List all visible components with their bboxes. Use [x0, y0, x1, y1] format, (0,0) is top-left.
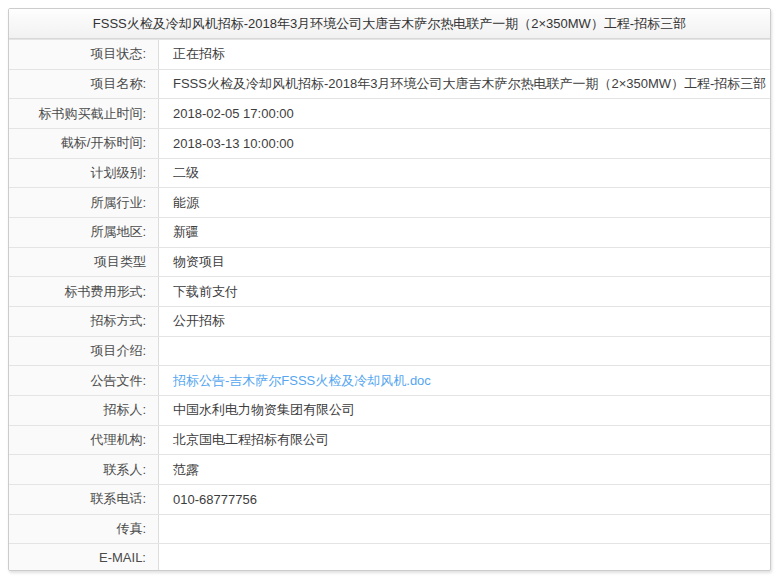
- row-value: 北京国电工程招标有限公司: [159, 426, 770, 455]
- table-row-project-status: 项目状态: 正在招标: [9, 39, 770, 69]
- row-value: 能源: [159, 188, 770, 217]
- row-value: [159, 337, 770, 366]
- table-row-contact-person: 联系人: 范露: [9, 454, 770, 484]
- table-row-announcement-file: 公告文件: 招标公告-吉木萨尔FSSS火检及冷却风机.doc: [9, 365, 770, 395]
- table-row-tenderer: 招标人: 中国水利电力物资集团有限公司: [9, 395, 770, 425]
- row-value: 二级: [159, 159, 770, 188]
- row-value: 招标公告-吉木萨尔FSSS火检及冷却风机.doc: [159, 366, 770, 395]
- row-label: 招标人:: [9, 396, 159, 425]
- table-row-plan-level: 计划级别: 二级: [9, 158, 770, 188]
- row-value: FSSS火检及冷却风机招标-2018年3月环境公司大唐吉木萨尔热电联产一期（2×…: [159, 70, 770, 99]
- row-value: 010-68777756: [159, 485, 770, 514]
- row-label: 截标/开标时间:: [9, 129, 159, 158]
- table-row-project-intro: 项目介绍:: [9, 336, 770, 366]
- row-value: 公开招标: [159, 307, 770, 336]
- row-label: 代理机构:: [9, 426, 159, 455]
- row-label: 所属地区:: [9, 218, 159, 247]
- table-row-tender-method: 招标方式: 公开招标: [9, 306, 770, 336]
- table-row-project-name: 项目名称: FSSS火检及冷却风机招标-2018年3月环境公司大唐吉木萨尔热电联…: [9, 69, 770, 99]
- row-value: 下载前支付: [159, 277, 770, 306]
- row-label: 计划级别:: [9, 159, 159, 188]
- row-label: 项目名称:: [9, 70, 159, 99]
- row-value: 2018-02-05 17:00:00: [159, 99, 770, 128]
- row-label: 标书购买截止时间:: [9, 99, 159, 128]
- announcement-file-link[interactable]: 招标公告-吉木萨尔FSSS火检及冷却风机.doc: [173, 372, 431, 390]
- row-label: 项目介绍:: [9, 337, 159, 366]
- row-value: 物资项目: [159, 248, 770, 277]
- table-title: FSSS火检及冷却风机招标-2018年3月环境公司大唐吉木萨尔热电联产一期（2×…: [9, 9, 770, 39]
- table-row-bid-opening-time: 截标/开标时间: 2018-03-13 10:00:00: [9, 128, 770, 158]
- table-row-email: E-MAIL:: [9, 543, 770, 570]
- table-row-contact-phone: 联系电话: 010-68777756: [9, 484, 770, 514]
- row-label: E-MAIL:: [9, 544, 159, 570]
- row-label: 项目状态:: [9, 40, 159, 69]
- table-row-bid-doc-purchase-deadline: 标书购买截止时间: 2018-02-05 17:00:00: [9, 98, 770, 128]
- row-value: 范露: [159, 455, 770, 484]
- table-row-bid-doc-fee-form: 标书费用形式: 下载前支付: [9, 276, 770, 306]
- row-label: 联系人:: [9, 455, 159, 484]
- row-value: 新疆: [159, 218, 770, 247]
- row-label: 公告文件:: [9, 366, 159, 395]
- row-label: 标书费用形式:: [9, 277, 159, 306]
- row-value: 正在招标: [159, 40, 770, 69]
- row-value: [159, 544, 770, 570]
- table-row-fax: 传真:: [9, 514, 770, 544]
- table-row-agency: 代理机构: 北京国电工程招标有限公司: [9, 425, 770, 455]
- row-value: 中国水利电力物资集团有限公司: [159, 396, 770, 425]
- row-label: 招标方式:: [9, 307, 159, 336]
- row-label: 联系电话:: [9, 485, 159, 514]
- row-label: 项目类型: [9, 248, 159, 277]
- table-row-region: 所属地区: 新疆: [9, 217, 770, 247]
- row-label: 传真:: [9, 515, 159, 544]
- tender-detail-table: FSSS火检及冷却风机招标-2018年3月环境公司大唐吉木萨尔热电联产一期（2×…: [8, 8, 771, 571]
- row-value: 2018-03-13 10:00:00: [159, 129, 770, 158]
- table-row-industry: 所属行业: 能源: [9, 187, 770, 217]
- table-row-project-type: 项目类型 物资项目: [9, 247, 770, 277]
- row-label: 所属行业:: [9, 188, 159, 217]
- row-value: [159, 515, 770, 544]
